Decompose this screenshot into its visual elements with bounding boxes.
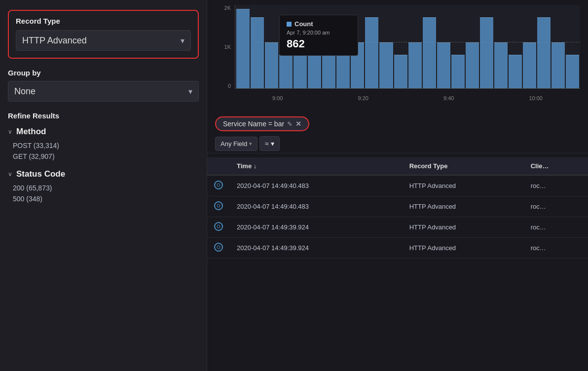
chart-area: 2K 1K 0 bbox=[207, 0, 588, 113]
table-cell-record-type: HTTP Advanced bbox=[403, 175, 524, 196]
chart-x-label-1000: 10:00 bbox=[529, 95, 543, 101]
search-bar: Any Field ▾ ≈ ▾ bbox=[207, 134, 588, 153]
chart-x-label-940: 9:40 bbox=[443, 95, 454, 101]
filter-tag-close-icon[interactable]: ✕ bbox=[295, 120, 301, 128]
chart-bar bbox=[423, 17, 436, 88]
table-header-time[interactable]: Time ↓ bbox=[230, 157, 403, 175]
chart-bar bbox=[308, 17, 321, 88]
status-code-filter-items: 200 (65,873) 500 (348) bbox=[8, 184, 199, 203]
filter-item-get[interactable]: GET (32,907) bbox=[13, 152, 199, 160]
any-field-chevron-icon: ▾ bbox=[249, 141, 252, 147]
status-code-filter-group: ∨ Status Code 200 (65,873) 500 (348) bbox=[8, 169, 199, 203]
status-code-group-title: Status Code bbox=[16, 169, 65, 179]
chart-bar bbox=[336, 55, 350, 88]
chart-bar bbox=[294, 42, 307, 88]
record-type-select-wrapper[interactable]: HTTP Advanced HTTP Basic DNS TCP ▾ bbox=[16, 30, 191, 51]
chart-bar bbox=[394, 55, 407, 88]
record-icon-cell bbox=[207, 238, 230, 259]
chart-bar bbox=[466, 42, 479, 88]
filter-item-post[interactable]: POST (33,314) bbox=[13, 142, 199, 149]
chart-bar bbox=[236, 9, 250, 88]
target-icon bbox=[214, 222, 223, 231]
main-content: 2K 1K 0 bbox=[207, 0, 588, 371]
table-row[interactable]: 2020-04-07 14:49:39.924HTTP Advancedroc… bbox=[207, 217, 588, 238]
method-filter-items: POST (33,314) GET (32,907) bbox=[8, 142, 199, 160]
status-code-chevron-icon: ∨ bbox=[8, 171, 12, 178]
group-by-select-wrapper[interactable]: None Service Name Status Code Method ▾ bbox=[8, 81, 199, 102]
group-by-section: Group by None Service Name Status Code M… bbox=[8, 69, 199, 102]
record-icon-cell bbox=[207, 175, 230, 196]
table-cell-time: 2020-04-07 14:49:40.483 bbox=[230, 196, 403, 217]
chart-bar bbox=[537, 17, 551, 88]
approx-dropdown[interactable]: ≈ ▾ bbox=[259, 136, 280, 151]
chart-bar bbox=[451, 55, 465, 88]
filter-tag-service-name: Service Name = bar ✎ ✕ bbox=[215, 116, 309, 131]
chart-y-label-2k: 2K bbox=[224, 5, 231, 11]
table-divider bbox=[207, 153, 588, 153]
group-by-label: Group by bbox=[8, 69, 199, 77]
chart-bar bbox=[408, 42, 422, 88]
chart-bar bbox=[551, 42, 565, 88]
chart-bar bbox=[365, 17, 378, 88]
group-by-select[interactable]: None Service Name Status Code Method bbox=[8, 81, 198, 101]
record-type-section: Record Type HTTP Advanced HTTP Basic DNS… bbox=[8, 10, 199, 59]
sidebar: Record Type HTTP Advanced HTTP Basic DNS… bbox=[0, 0, 207, 371]
chart-bar bbox=[480, 17, 493, 88]
table-cell-time: 2020-04-07 14:49:39.924 bbox=[230, 238, 403, 259]
filter-tag-text: Service Name = bar bbox=[223, 120, 284, 128]
method-group-title: Method bbox=[16, 127, 46, 137]
method-group-header[interactable]: ∨ Method bbox=[8, 127, 199, 137]
refine-results-label: Refine Results bbox=[8, 111, 199, 120]
filter-tag-edit-icon[interactable]: ✎ bbox=[287, 120, 293, 128]
table-cell-record-type: HTTP Advanced bbox=[403, 238, 524, 259]
chart-y-label-0: 0 bbox=[228, 83, 231, 89]
any-field-label: Any Field bbox=[220, 140, 247, 148]
chart-bar bbox=[437, 42, 450, 88]
table-header-record-type[interactable]: Record Type bbox=[403, 157, 524, 175]
chart-plot[interactable] bbox=[235, 5, 580, 89]
target-icon bbox=[214, 243, 223, 252]
chart-y-labels: 2K 1K 0 bbox=[215, 5, 233, 89]
chart-bar bbox=[509, 55, 522, 88]
records-table: Time ↓ Record Type Clie… 2020-04-07 14:4… bbox=[207, 157, 588, 259]
chart-bar bbox=[351, 42, 364, 88]
chart-bar bbox=[322, 42, 335, 88]
approx-label: ≈ bbox=[265, 140, 269, 148]
method-filter-group: ∨ Method POST (33,314) GET (32,907) bbox=[8, 127, 199, 160]
any-field-dropdown[interactable]: Any Field ▾ bbox=[215, 137, 257, 151]
chart-bars bbox=[235, 5, 580, 88]
filter-item-500[interactable]: 500 (348) bbox=[13, 195, 199, 203]
target-icon bbox=[214, 181, 223, 189]
table-header-icon bbox=[207, 157, 230, 175]
target-icon bbox=[214, 201, 223, 210]
record-icon-cell bbox=[207, 196, 230, 217]
table-row[interactable]: 2020-04-07 14:49:40.483HTTP Advancedroc… bbox=[207, 175, 588, 196]
table-cell-client: roc… bbox=[524, 238, 588, 259]
chart-bar bbox=[379, 42, 393, 88]
table-cell-time: 2020-04-07 14:49:40.483 bbox=[230, 175, 403, 196]
chart-bar bbox=[279, 55, 293, 88]
chart-bar bbox=[265, 42, 278, 88]
method-chevron-icon: ∨ bbox=[8, 128, 12, 135]
chart-bar bbox=[251, 17, 264, 88]
table-cell-client: roc… bbox=[524, 175, 588, 196]
refine-results-section: Refine Results ∨ Method POST (33,314) GE… bbox=[8, 111, 199, 203]
approx-chevron-icon: ▾ bbox=[271, 140, 274, 148]
record-type-label: Record Type bbox=[16, 17, 191, 25]
record-type-select[interactable]: HTTP Advanced HTTP Basic DNS TCP bbox=[16, 31, 190, 50]
record-icon-cell bbox=[207, 217, 230, 238]
table-row[interactable]: 2020-04-07 14:49:40.483HTTP Advancedroc… bbox=[207, 196, 588, 217]
chart-bar bbox=[494, 42, 508, 88]
filter-item-200[interactable]: 200 (65,873) bbox=[13, 184, 199, 192]
table-cell-record-type: HTTP Advanced bbox=[403, 217, 524, 238]
table-cell-record-type: HTTP Advanced bbox=[403, 196, 524, 217]
status-code-group-header[interactable]: ∨ Status Code bbox=[8, 169, 199, 179]
chart-bar bbox=[523, 42, 536, 88]
table-header-row: Time ↓ Record Type Clie… bbox=[207, 157, 588, 175]
table-row[interactable]: 2020-04-07 14:49:39.924HTTP Advancedroc… bbox=[207, 238, 588, 259]
table-cell-client: roc… bbox=[524, 217, 588, 238]
table-header-client[interactable]: Clie… bbox=[524, 157, 588, 175]
chart-bar bbox=[566, 55, 579, 88]
chart-x-label-920: 9:20 bbox=[358, 95, 368, 101]
table-container[interactable]: Time ↓ Record Type Clie… 2020-04-07 14:4… bbox=[207, 157, 588, 371]
